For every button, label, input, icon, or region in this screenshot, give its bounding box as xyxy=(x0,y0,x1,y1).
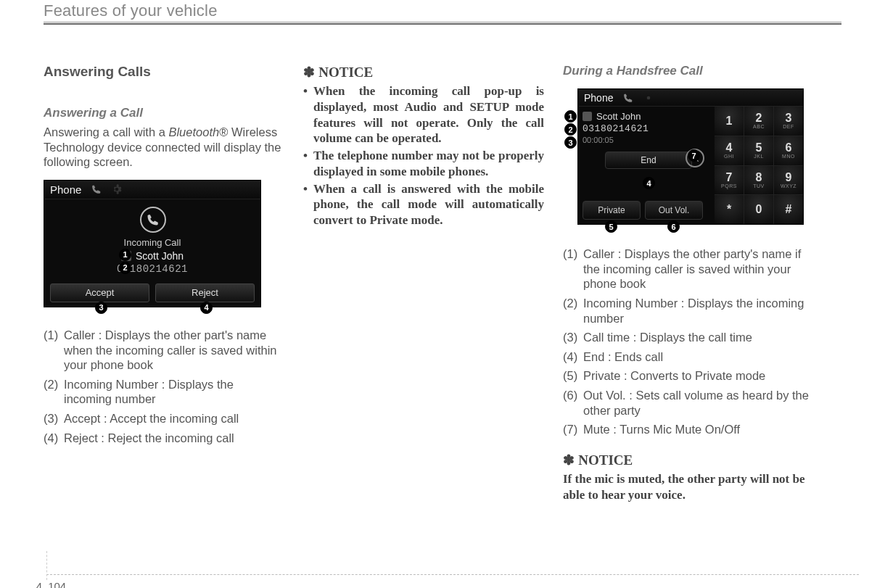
caller-number: 03180214621 xyxy=(44,263,260,275)
end-label: End xyxy=(641,155,656,165)
key-2[interactable]: 2ABC xyxy=(744,107,773,136)
notice-label: NOTICE xyxy=(318,65,373,80)
bullet-icon: • xyxy=(303,148,313,180)
list-text: When the incoming call pop-up is display… xyxy=(313,83,544,146)
list-number: (1) xyxy=(44,328,64,373)
vertical-dash xyxy=(46,551,47,580)
registered-mark: ® xyxy=(219,125,228,138)
caller-row: Scott John xyxy=(583,111,715,122)
phone-icon xyxy=(623,93,633,103)
key-1[interactable]: 1 xyxy=(715,107,744,136)
list-text: When a call is answered with the mobile … xyxy=(313,181,544,228)
call-time: 00:00:05 xyxy=(583,136,715,144)
person-icon xyxy=(583,112,592,121)
figure-during-call: Phone Scott John 03180214621 00:00:05 xyxy=(563,88,804,225)
notice-label: NOTICE xyxy=(578,452,633,468)
bluetooth-word: Bluetooth xyxy=(168,125,219,138)
list-item: (4)Reject : Reject the incoming call xyxy=(44,431,284,446)
bullet-icon: • xyxy=(303,83,313,146)
column-2: ✽ NOTICE •When the incoming call pop-up … xyxy=(303,64,544,502)
header-divider-thick xyxy=(44,23,841,25)
list-text: The telephone number may not be properly… xyxy=(313,148,544,180)
end-button[interactable]: End xyxy=(605,152,692,169)
list-text: Caller : Displays the other party's name… xyxy=(583,247,818,291)
during-call-legend: (1)Caller : Displays the other party's n… xyxy=(563,247,818,437)
list-number: (3) xyxy=(563,330,583,345)
callout-7: 7 xyxy=(688,149,700,162)
list-item: (5)Private : Converts to Private mode xyxy=(563,368,818,384)
header-title: Features of your vehicle xyxy=(44,1,841,20)
notice-list: •When the incoming call pop-up is displa… xyxy=(303,83,544,228)
notice-star-icon: ✽ xyxy=(303,65,318,80)
callout-3: 3 xyxy=(95,302,107,314)
list-text: Call time : Displays the call time xyxy=(583,330,818,345)
notice-heading: ✽ NOTICE xyxy=(563,452,818,468)
list-text: Caller : Displays the other part's name … xyxy=(64,328,284,373)
list-item: (4)End : Ends call xyxy=(563,349,818,365)
list-item: (3)Accept : Accept the incoming call xyxy=(44,411,284,426)
column-1: Answering Calls Answering a Call Answeri… xyxy=(44,64,284,502)
section-number: 4 xyxy=(29,580,42,588)
key-9[interactable]: 9WXYZ xyxy=(774,166,803,195)
callout-2: 2 xyxy=(119,262,131,274)
page-header: Features of your vehicle xyxy=(44,0,841,25)
key-8[interactable]: 8TUV xyxy=(744,166,773,195)
list-item: (1)Caller : Displays the other party's n… xyxy=(563,247,818,291)
heading-answering-calls: Answering Calls xyxy=(44,64,284,80)
list-number: (6) xyxy=(563,388,583,418)
key-hash[interactable]: # xyxy=(774,195,803,224)
caller-name: Scott John xyxy=(596,111,641,122)
page-number: 4 104 xyxy=(29,580,66,588)
caller-row: Scott John xyxy=(44,250,260,262)
paragraph-answer-call: Answering a call with a Bluetooth® Wirel… xyxy=(44,125,284,170)
page-num: 104 xyxy=(48,580,66,588)
private-button[interactable]: Private xyxy=(583,201,641,220)
list-item: •When a call is answered with the mobile… xyxy=(303,181,544,228)
list-text: Out Vol. : Sets call volume as heard by … xyxy=(583,388,818,418)
key-star[interactable]: * xyxy=(715,195,744,224)
call-buttons: Accept Reject xyxy=(50,283,255,302)
key-7[interactable]: 7PQRS xyxy=(715,166,744,195)
list-number: (3) xyxy=(44,411,64,426)
outvol-button[interactable]: Out Vol. xyxy=(645,201,703,220)
accept-button[interactable]: Accept xyxy=(50,283,149,302)
settings-icon xyxy=(643,93,654,103)
dial-keypad: 1 2ABC 3DEF 4GHI 5JKL 6MNO 7PQRS 8TUV 9W… xyxy=(715,107,803,224)
list-number: (2) xyxy=(44,377,64,407)
incoming-call-legend: (1)Caller : Displays the other part's na… xyxy=(44,328,284,445)
list-text: Incoming Number : Displays the incoming … xyxy=(583,296,818,326)
columns: Answering Calls Answering a Call Answeri… xyxy=(44,64,841,502)
phone-label: Phone xyxy=(50,183,81,196)
key-5[interactable]: 5JKL xyxy=(744,136,773,165)
list-item: (2)Incoming Number : Displays the incomi… xyxy=(44,377,284,407)
callout-3: 3 xyxy=(564,136,577,149)
callout-6: 6 xyxy=(667,220,680,233)
handset-circle-icon xyxy=(140,207,166,233)
footer-divider xyxy=(46,574,859,575)
list-text: Incoming Number : Displays the incoming … xyxy=(64,377,284,407)
subheading-during-call: During a Handsfree Call xyxy=(563,64,818,78)
topbar: Phone xyxy=(578,89,803,107)
callout-1: 1 xyxy=(564,110,577,123)
header-divider-thin xyxy=(44,22,841,22)
key-0[interactable]: 0 xyxy=(744,195,773,224)
list-number: (2) xyxy=(563,296,583,326)
list-text: Accept : Accept the incoming call xyxy=(64,411,284,426)
key-4[interactable]: 4GHI xyxy=(715,136,744,165)
list-text: Private : Converts to Private mode xyxy=(583,368,818,384)
list-number: (1) xyxy=(563,247,583,291)
caller-name: Scott John xyxy=(136,250,184,262)
caller-number: 03180214621 xyxy=(583,123,715,134)
list-item: (7)Mute : Turns Mic Mute On/Off xyxy=(563,422,818,437)
text: Answering a call with a xyxy=(44,125,168,138)
subheading-answering-a-call: Answering a Call xyxy=(44,106,284,120)
key-6[interactable]: 6MNO xyxy=(774,136,803,165)
list-item: •The telephone number may not be properl… xyxy=(303,148,544,180)
list-number: (7) xyxy=(563,422,583,437)
reject-button[interactable]: Reject xyxy=(155,283,255,302)
incoming-call-label: Incoming Call xyxy=(44,237,260,248)
list-item: (1)Caller : Displays the other part's na… xyxy=(44,328,284,373)
list-number: (4) xyxy=(563,349,583,365)
key-3[interactable]: 3DEF xyxy=(774,107,803,136)
callout-1: 1 xyxy=(119,249,131,261)
